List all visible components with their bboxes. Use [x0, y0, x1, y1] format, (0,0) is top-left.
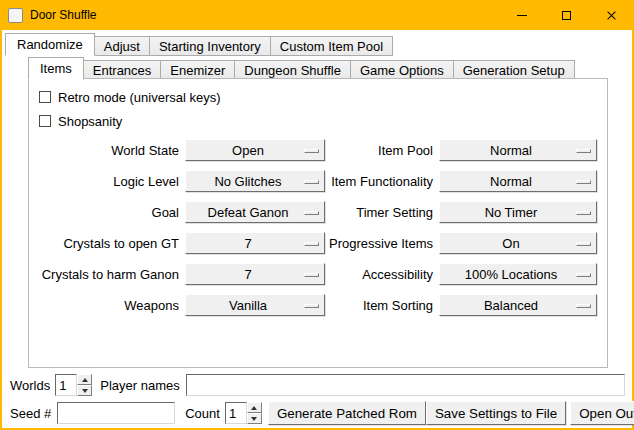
worlds-row: Worlds Player names [10, 374, 625, 396]
world-state-label: World State [35, 143, 181, 158]
seed-row: Seed # Count Generate Patched Rom Save S… [10, 401, 625, 425]
tab-custom-item-pool[interactable]: Custom Item Pool [270, 36, 393, 56]
weapons-label: Weapons [35, 298, 181, 313]
worlds-spin-arrows [77, 374, 92, 396]
crystals-open-gt-label: Crystals to open GT [35, 236, 181, 251]
maximize-button[interactable] [544, 0, 589, 30]
goal-label: Goal [35, 205, 181, 220]
count-input[interactable] [225, 402, 247, 424]
item-sorting-label: Item Sorting [329, 298, 435, 313]
weapons-dropdown[interactable]: Vanilla [185, 294, 325, 316]
seed-input[interactable] [57, 402, 175, 424]
count-spin-arrows [247, 402, 262, 424]
window-title: Door Shuffle [30, 8, 97, 22]
field-row: Goal Defeat Ganon Timer Setting No Timer [35, 201, 601, 223]
item-functionality-value: Normal [490, 174, 546, 189]
dropdown-indicator-icon [304, 180, 319, 184]
save-settings-button[interactable]: Save Settings to File [426, 401, 566, 425]
retro-mode-checkbox-box [39, 91, 51, 103]
crystals-harm-ganon-label: Crystals to harm Ganon [35, 267, 181, 282]
shopsanity-checkbox-box [39, 115, 51, 127]
inner-tab-strip: Items Entrances Enemizer Dungeon Shuffle… [28, 57, 574, 80]
field-row: Weapons Vanilla Item Sorting Balanced [35, 294, 601, 316]
count-spinbox [225, 402, 262, 424]
field-row: Logic Level No Glitches Item Functionali… [35, 170, 601, 192]
dropdown-indicator-icon [304, 211, 319, 215]
player-names-label: Player names [100, 378, 179, 393]
count-spin-down-button[interactable] [247, 413, 262, 424]
outer-tab-strip: Randomize Adjust Starting Inventory Cust… [5, 33, 392, 56]
tab-enemizer[interactable]: Enemizer [160, 60, 235, 80]
arrow-up-icon [251, 406, 257, 410]
tab-adjust[interactable]: Adjust [94, 36, 150, 56]
field-row: World State Open Item Pool Normal [35, 139, 601, 161]
count-spin-up-button[interactable] [247, 402, 262, 413]
dropdown-indicator-icon [304, 304, 319, 308]
maximize-icon [562, 11, 571, 20]
tab-entrances[interactable]: Entrances [83, 60, 162, 80]
progressive-items-value: On [502, 236, 533, 251]
worlds-spin-up-button[interactable] [77, 374, 92, 385]
tab-randomize[interactable]: Randomize [5, 33, 95, 56]
worlds-spin-down-button[interactable] [77, 385, 92, 396]
player-names-input[interactable] [186, 374, 625, 396]
items-tab-pane: Retro mode (universal keys) Shopsanity W… [28, 78, 608, 368]
item-sorting-dropdown[interactable]: Balanced [439, 294, 597, 316]
seed-label: Seed # [10, 406, 51, 421]
door-shuffle-window: Door Shuffle Randomize Adjust Starting I… [0, 0, 634, 430]
field-row: Crystals to open GT 7 Progressive Items … [35, 232, 601, 254]
logic-level-label: Logic Level [35, 174, 181, 189]
accessibility-dropdown[interactable]: 100% Locations [439, 263, 597, 285]
generate-patched-rom-button[interactable]: Generate Patched Rom [268, 401, 426, 425]
goal-dropdown[interactable]: Defeat Ganon [185, 201, 325, 223]
arrow-down-icon [251, 417, 257, 421]
progressive-items-dropdown[interactable]: On [439, 232, 597, 254]
shopsanity-label: Shopsanity [58, 114, 122, 129]
count-label: Count [185, 406, 220, 421]
dropdown-indicator-icon [576, 242, 591, 246]
dropdown-indicator-icon [576, 180, 591, 184]
dropdown-indicator-icon [576, 211, 591, 215]
close-button[interactable] [589, 0, 634, 30]
dropdown-indicator-icon [304, 149, 319, 153]
item-sorting-value: Balanced [484, 298, 552, 313]
logic-level-value: No Glitches [214, 174, 295, 189]
retro-mode-checkbox[interactable]: Retro mode (universal keys) [39, 87, 601, 107]
item-pool-label: Item Pool [329, 143, 435, 158]
tab-items[interactable]: Items [28, 57, 84, 80]
tab-game-options[interactable]: Game Options [350, 60, 454, 80]
tab-dungeon-shuffle[interactable]: Dungeon Shuffle [234, 60, 351, 80]
worlds-spinbox [55, 374, 92, 396]
timer-setting-dropdown[interactable]: No Timer [439, 201, 597, 223]
window-body: Randomize Adjust Starting Inventory Cust… [2, 30, 632, 428]
world-state-value: Open [232, 143, 278, 158]
world-state-dropdown[interactable]: Open [185, 139, 325, 161]
item-pool-dropdown[interactable]: Normal [439, 139, 597, 161]
worlds-label: Worlds [10, 378, 50, 393]
arrow-down-icon [82, 389, 88, 393]
logic-level-dropdown[interactable]: No Glitches [185, 170, 325, 192]
retro-mode-label: Retro mode (universal keys) [58, 90, 221, 105]
caption-buttons [499, 0, 634, 30]
dropdown-indicator-icon [576, 273, 591, 277]
arrow-up-icon [82, 378, 88, 382]
crystals-open-gt-dropdown[interactable]: 7 [185, 232, 325, 254]
tab-generation-setup[interactable]: Generation Setup [453, 60, 575, 80]
worlds-input[interactable] [55, 374, 77, 396]
item-pool-value: Normal [490, 143, 546, 158]
title-bar[interactable]: Door Shuffle [0, 0, 634, 30]
accessibility-value: 100% Locations [465, 267, 572, 282]
item-functionality-dropdown[interactable]: Normal [439, 170, 597, 192]
timer-setting-value: No Timer [485, 205, 552, 220]
timer-setting-label: Timer Setting [329, 205, 435, 220]
tab-starting-inventory[interactable]: Starting Inventory [149, 36, 271, 56]
minimize-button[interactable] [499, 0, 544, 30]
dropdown-indicator-icon [576, 304, 591, 308]
shopsanity-checkbox[interactable]: Shopsanity [39, 111, 601, 131]
progressive-items-label: Progressive Items [329, 236, 435, 251]
minimize-icon [517, 15, 527, 16]
goal-value: Defeat Ganon [208, 205, 303, 220]
crystals-harm-ganon-dropdown[interactable]: 7 [185, 263, 325, 285]
dropdown-indicator-icon [576, 149, 591, 153]
open-output-directory-button[interactable]: Open Output Directory [570, 401, 634, 425]
